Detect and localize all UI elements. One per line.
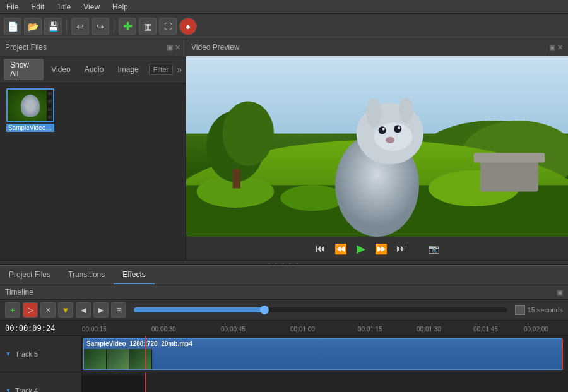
add-button[interactable]: ✚	[119, 18, 136, 35]
timeline-ruler: 00:00:09:24 00:00:15 00:00:30 00:00:45 0…	[0, 321, 568, 336]
prev-marker-button[interactable]: ◀	[76, 302, 91, 318]
project-files-panel: Project Files ▣ ✕ Show All Video Audio I…	[0, 39, 186, 260]
svg-point-21	[222, 102, 274, 166]
svg-rect-22	[233, 169, 240, 189]
preview-controls: ⏮ ⏪ ▶ ⏩ ⏭ 📷	[186, 237, 568, 260]
menu-view[interactable]: View	[77, 1, 106, 13]
svg-point-11	[399, 97, 413, 123]
film-hole	[48, 100, 52, 103]
tab-audio[interactable]: Audio	[78, 63, 110, 76]
zoom-indicator: 15 seconds	[515, 305, 563, 315]
thumb-figure	[21, 95, 40, 117]
add-track-button[interactable]: +	[5, 302, 20, 318]
play-button[interactable]: ▶	[353, 241, 369, 256]
track-4-content: • • • • •	[82, 372, 568, 392]
menu-title[interactable]: Title	[50, 1, 77, 13]
svg-point-12	[374, 122, 412, 151]
snapshot-button[interactable]: 📷	[427, 241, 442, 256]
track-4-dark-region	[82, 375, 145, 392]
marker-button[interactable]: ▼	[58, 302, 73, 318]
ruler-mark-3: 00:01:00	[290, 326, 315, 333]
timeline-panel-controls: ▣	[557, 288, 563, 297]
video-canvas	[186, 56, 568, 237]
file-thumbnail	[6, 88, 54, 122]
zoom-label: 15 seconds	[528, 306, 563, 314]
tracks-area: ▼ Track 5 SampleVideo_1280x720_20mb.mp4	[0, 336, 568, 392]
ruler-mark-0: 00:00:15	[82, 326, 107, 333]
clip-thumb-1	[84, 349, 107, 369]
new-button[interactable]: 📄	[4, 18, 21, 35]
current-time-display: 00:00:09:24	[0, 324, 82, 333]
track-row-4: ▼ Track 4 • • • • •	[0, 372, 568, 392]
film-hole	[48, 116, 52, 119]
svg-point-13	[379, 126, 386, 134]
tab-image[interactable]: Image	[111, 63, 145, 76]
ruler-mark-4: 00:01:15	[358, 326, 382, 333]
clip-title: SampleVideo_1280x720_20mb.mp4	[84, 339, 562, 348]
toolbar-separator-2	[114, 19, 114, 34]
redo-button[interactable]: ↪	[92, 18, 109, 35]
file-item[interactable]: SampleVideo_1...	[5, 88, 56, 132]
svg-point-16	[398, 126, 400, 129]
tab-effects[interactable]: Effects	[114, 266, 154, 284]
panel-controls: ▣ ✕	[167, 44, 180, 52]
enable-track-button[interactable]: ▷	[23, 302, 38, 318]
svg-point-15	[382, 128, 385, 130]
more-filters-icon[interactable]: »	[177, 64, 182, 74]
open-button[interactable]: 📂	[24, 18, 42, 35]
preview-title: Video Preview	[191, 43, 240, 52]
clip-thumbnails	[84, 349, 152, 369]
snap-button[interactable]: ⊞	[111, 302, 126, 318]
ruler-mark-1: 00:00:30	[151, 326, 176, 333]
tab-project-files[interactable]: Project Files	[0, 266, 59, 284]
fast-forward-button[interactable]: ⏩	[374, 241, 389, 256]
ruler-mark-2: 00:00:45	[221, 326, 246, 333]
rewind-button[interactable]: ⏪	[333, 241, 348, 256]
film-strip-right	[47, 90, 53, 121]
project-files-tabs: Show All Video Audio Image Filter »	[0, 56, 186, 83]
files-area: SampleVideo_1...	[0, 83, 186, 260]
video-preview-bg	[186, 56, 568, 237]
svg-point-10	[366, 98, 382, 127]
timeline-toolbar: + ▷ ✕ ▼ ◀ ▶ ⊞ 15 seconds	[0, 300, 568, 321]
grid-button[interactable]: ▦	[139, 18, 157, 35]
panel-resize-handle[interactable]: • • • • •	[0, 260, 568, 265]
track-arrow-icon: ▼	[5, 387, 11, 392]
skip-to-end-button[interactable]: ⏭	[394, 241, 409, 256]
tab-show-all[interactable]: Show All	[4, 59, 44, 80]
menu-bar: File Edit Title View Help	[0, 0, 568, 14]
playhead-track4	[145, 372, 146, 392]
svg-point-14	[394, 125, 401, 133]
undo-button[interactable]: ↩	[71, 18, 89, 35]
fullscreen-button[interactable]: ⛶	[159, 18, 177, 35]
clip-thumb-3	[129, 349, 152, 369]
svg-rect-19	[474, 153, 545, 162]
scrubber-fill	[134, 307, 264, 312]
record-button[interactable]: ●	[179, 18, 197, 35]
menu-file[interactable]: File	[0, 1, 25, 13]
clip-track5[interactable]: SampleVideo_1280x720_20mb.mp4	[83, 338, 563, 370]
next-marker-button[interactable]: ▶	[93, 302, 109, 318]
skip-to-start-button[interactable]: ⏮	[313, 241, 328, 256]
tab-transitions[interactable]: Transitions	[59, 266, 114, 284]
file-name-label: SampleVideo_1...	[6, 124, 54, 132]
playhead[interactable]	[145, 336, 146, 369]
tab-video[interactable]: Video	[45, 63, 76, 76]
timeline-title: Timeline	[5, 288, 33, 297]
timeline-scrubber[interactable]	[134, 307, 507, 312]
preview-controls-icon: ▣ ✕	[549, 44, 563, 52]
track-4-label: ▼ Track 4	[0, 372, 82, 392]
menu-help[interactable]: Help	[106, 1, 134, 13]
scrubber-thumb	[260, 306, 269, 314]
track-row-5: ▼ Track 5 SampleVideo_1280x720_20mb.mp4	[0, 336, 568, 372]
filter-input[interactable]: Filter	[149, 64, 173, 75]
ruler-mark-5: 00:01:30	[417, 326, 441, 333]
remove-track-button[interactable]: ✕	[40, 302, 56, 318]
save-button[interactable]: 💾	[44, 18, 62, 35]
main-area: Project Files ▣ ✕ Show All Video Audio I…	[0, 39, 568, 260]
clip-thumb-2	[107, 349, 129, 369]
preview-svg	[186, 56, 568, 237]
menu-edit[interactable]: Edit	[25, 1, 50, 13]
film-hole	[48, 92, 52, 95]
track-5-content: SampleVideo_1280x720_20mb.mp4	[82, 336, 568, 372]
